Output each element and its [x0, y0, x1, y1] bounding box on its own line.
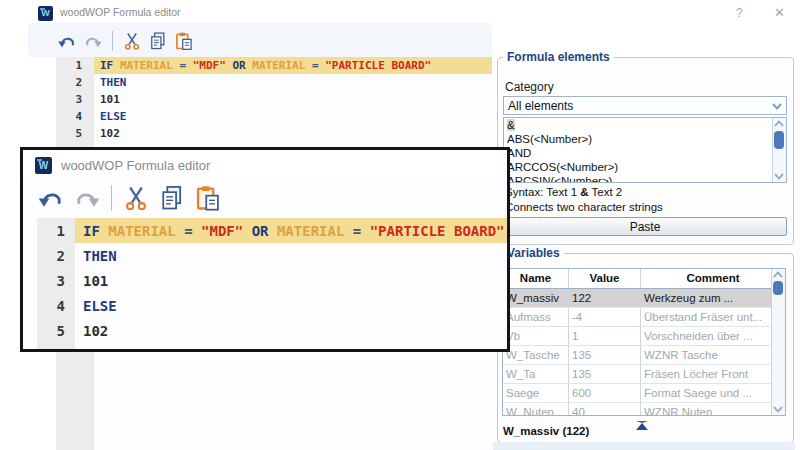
editor-line[interactable]: 2THEN: [56, 74, 492, 91]
list-item[interactable]: AND: [504, 146, 786, 160]
list-scrollbar[interactable]: [772, 118, 786, 182]
code-token: IF: [100, 59, 113, 72]
table-cell: Überstand Fräser unt...: [641, 308, 785, 326]
cut-button[interactable]: [118, 184, 154, 212]
scrollbar-thumb[interactable]: [773, 281, 783, 295]
line-number: 1: [56, 59, 94, 72]
table-cell: 135: [569, 346, 641, 364]
selected-variable-info: W_massiv (122): [503, 425, 589, 437]
table-row[interactable]: W_Tasche135WZNR Tasche: [503, 346, 785, 365]
editor-line[interactable]: 4ELSE: [56, 108, 492, 125]
line-number: 5: [56, 127, 94, 140]
table-header-row[interactable]: Name Value Comment: [503, 269, 785, 289]
paste-element-button[interactable]: Paste: [503, 217, 787, 236]
copy-button[interactable]: [154, 184, 190, 212]
table-row[interactable]: Aufmass-4Überstand Fräser unt...: [503, 308, 785, 327]
code-token: IF: [83, 223, 100, 239]
code-token: =: [179, 59, 186, 72]
column-header-value[interactable]: Value: [569, 269, 641, 288]
variables-title: Variables: [503, 246, 564, 260]
editor-line[interactable]: 5102: [23, 318, 507, 343]
table-row[interactable]: W_Nuten40WZNR Nuten: [503, 403, 785, 416]
scroll-down-icon[interactable]: [773, 170, 785, 182]
table-row[interactable]: W_massiv122Werkzeug zum ...: [503, 289, 785, 308]
column-header-comment[interactable]: Comment: [641, 269, 785, 288]
code-token: =: [353, 223, 361, 239]
editor-line[interactable]: 3101: [56, 91, 492, 108]
redo-button[interactable]: [69, 184, 105, 212]
category-dropdown[interactable]: All elements: [503, 96, 787, 115]
redo-icon: [69, 184, 105, 212]
cut-icon: [118, 184, 154, 212]
table-row[interactable]: Vb1Vorschneiden über ...: [503, 327, 785, 346]
code-token: "PARTICLE BOARD": [370, 223, 505, 239]
table-scrollbar[interactable]: [771, 269, 785, 415]
table-cell: Aufmass: [503, 308, 569, 326]
code-token: 101: [83, 273, 108, 289]
list-item[interactable]: ARCSIN(<Number>): [504, 174, 786, 183]
window-title: woodWOP Formula editor: [60, 6, 181, 18]
table-row[interactable]: W_Ta135Fräsen Löcher Front: [503, 365, 785, 384]
paste-button-toolbar[interactable]: [190, 184, 226, 212]
paste-button-toolbar[interactable]: [171, 31, 197, 51]
category-label: Category: [505, 80, 554, 94]
list-item[interactable]: &: [504, 118, 786, 132]
scroll-up-icon[interactable]: [773, 118, 785, 130]
table-cell: Format Saege und ...: [641, 384, 785, 402]
table-row[interactable]: Saege600Format Saege und ...: [503, 384, 785, 403]
list-item[interactable]: ABS(<Number>): [504, 132, 786, 146]
editor-line[interactable]: 3101: [23, 268, 507, 293]
code-token: ELSE: [100, 110, 127, 123]
popup-toolbar: [33, 182, 226, 214]
toolbar-separator: [112, 31, 113, 51]
editor-line[interactable]: 5102: [56, 125, 492, 142]
code-token: "PARTICLE BOARD": [325, 59, 431, 72]
popup-code-editor[interactable]: 1IF MATERIAL = "MDF" OR MATERIAL = "PART…: [23, 218, 507, 349]
line-number: 5: [23, 323, 75, 339]
syntax-text: Syntax: Text 1 & Text 2: [505, 186, 622, 198]
table-cell: 40: [569, 403, 641, 416]
column-header-name[interactable]: Name: [503, 269, 569, 288]
line-number: 3: [56, 93, 94, 106]
copy-button[interactable]: [145, 31, 171, 51]
code-token: 102: [100, 127, 120, 140]
cut-button[interactable]: [119, 31, 145, 51]
line-number: 4: [56, 110, 94, 123]
line-number: 4: [23, 298, 75, 314]
editor-line[interactable]: 2THEN: [23, 243, 507, 268]
editor-line[interactable]: 1IF MATERIAL = "MDF" OR MATERIAL = "PART…: [56, 57, 492, 74]
code-token: THEN: [100, 76, 127, 89]
scrollbar-thumb[interactable]: [774, 131, 784, 149]
table-cell: Fräsen Löcher Front: [641, 365, 785, 383]
line-number: 3: [23, 273, 75, 289]
code-token: "MDF": [201, 223, 243, 239]
redo-button[interactable]: [80, 31, 106, 51]
undo-icon: [33, 184, 69, 212]
chevron-down-icon[interactable]: [770, 99, 784, 113]
code-token: MATERIAL: [277, 223, 344, 239]
code-token: MATERIAL: [120, 59, 173, 72]
table-cell: W_Nuten: [503, 403, 569, 416]
scroll-down-icon[interactable]: [772, 403, 784, 415]
editor-line[interactable]: 1IF MATERIAL = "MDF" OR MATERIAL = "PART…: [23, 218, 507, 243]
help-button[interactable]: ?: [730, 4, 748, 20]
line-number: 2: [56, 76, 94, 89]
popup-titlebar: W woodWOP Formula editor: [23, 150, 507, 180]
toolbar-separator: [111, 185, 112, 211]
table-cell: -4: [569, 308, 641, 326]
table-cell: W_Tasche: [503, 346, 569, 364]
formula-elements-title: Formula elements: [503, 50, 614, 64]
table-cell: 600: [569, 384, 641, 402]
editor-line[interactable]: 4ELSE: [23, 293, 507, 318]
collapse-up-icon[interactable]: [636, 421, 648, 430]
table-cell: W_massiv: [503, 289, 569, 307]
close-button[interactable]: ✕: [768, 4, 786, 20]
woodwop-app-icon: W: [38, 6, 53, 21]
code-token: =: [312, 59, 319, 72]
main-toolbar: [54, 29, 197, 53]
undo-button[interactable]: [54, 31, 80, 51]
undo-button[interactable]: [33, 184, 69, 212]
list-item[interactable]: ARCCOS(<Number>): [504, 160, 786, 174]
line-number: 1: [23, 223, 75, 239]
scroll-up-icon[interactable]: [772, 269, 784, 281]
